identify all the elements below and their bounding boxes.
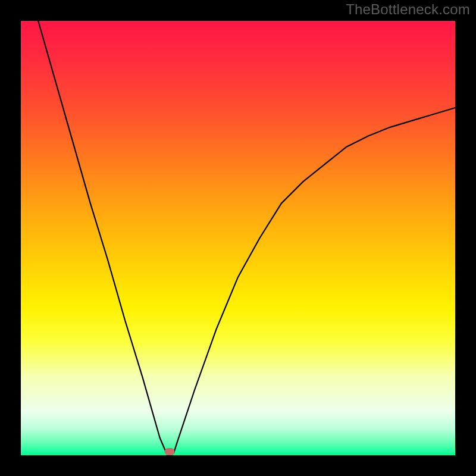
- optimum-marker: [164, 448, 174, 455]
- chart-container: TheBottleneck.com: [0, 0, 476, 476]
- plot-area: [21, 21, 455, 455]
- bottleneck-curve: [21, 21, 455, 455]
- curve-path: [38, 21, 455, 453]
- watermark-text: TheBottleneck.com: [346, 1, 470, 18]
